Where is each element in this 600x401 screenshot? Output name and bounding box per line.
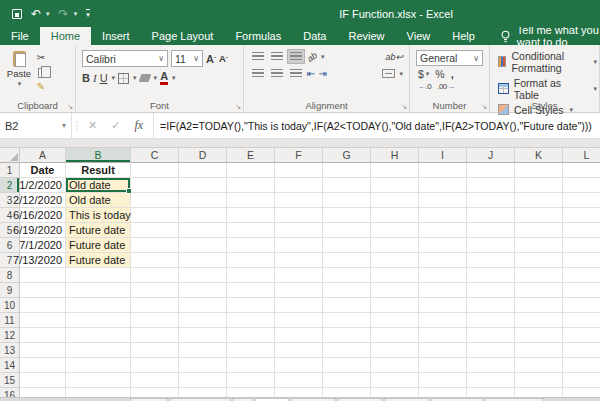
- cell-F12[interactable]: [275, 328, 323, 343]
- cell-F9[interactable]: [275, 283, 323, 298]
- cell-D6[interactable]: [179, 238, 227, 253]
- cell-L15[interactable]: [563, 373, 600, 388]
- cell-C3[interactable]: [131, 193, 179, 208]
- cell-I9[interactable]: [419, 283, 467, 298]
- cell-E8[interactable]: [227, 268, 275, 283]
- cell-K2[interactable]: [515, 178, 563, 193]
- cell-A15[interactable]: [20, 373, 66, 388]
- cell-I14[interactable]: [419, 358, 467, 373]
- borders-dropdown-icon[interactable]: ▾: [133, 74, 137, 82]
- cell-C14[interactable]: [131, 358, 179, 373]
- cell-E1[interactable]: [227, 163, 275, 178]
- cell-E12[interactable]: [227, 328, 275, 343]
- tab-help[interactable]: Help: [441, 27, 486, 45]
- number-format-combobox[interactable]: General∨: [416, 50, 483, 66]
- cell-E11[interactable]: [227, 313, 275, 328]
- tab-review[interactable]: Review: [337, 27, 395, 45]
- cell-I12[interactable]: [419, 328, 467, 343]
- cell-F13[interactable]: [275, 343, 323, 358]
- cell-F16[interactable]: [275, 388, 323, 397]
- alignment-dialog-launcher-icon[interactable]: ↘: [401, 103, 407, 111]
- customize-qat-icon[interactable]: ▾: [86, 9, 90, 18]
- cell-D4[interactable]: [179, 208, 227, 223]
- row-header-9[interactable]: 9: [0, 283, 20, 298]
- col-header-A[interactable]: A: [20, 148, 66, 163]
- row-header-8[interactable]: 8: [0, 268, 20, 283]
- cell-K8[interactable]: [515, 268, 563, 283]
- currency-format-button[interactable]: $: [418, 68, 424, 80]
- cell-J2[interactable]: [467, 178, 515, 193]
- cell-J7[interactable]: [467, 253, 515, 268]
- cell-D12[interactable]: [179, 328, 227, 343]
- underline-button[interactable]: U: [100, 72, 108, 84]
- insert-function-icon[interactable]: fx: [134, 118, 143, 133]
- cell-B15[interactable]: [66, 373, 131, 388]
- cell-L1[interactable]: [563, 163, 600, 178]
- redo-dropdown-icon[interactable]: ▾: [74, 10, 78, 18]
- cell-J5[interactable]: [467, 223, 515, 238]
- font-color-dropdown-icon[interactable]: ▾: [172, 74, 176, 82]
- cell-E15[interactable]: [227, 373, 275, 388]
- cell-L16[interactable]: [563, 388, 600, 397]
- cell-A14[interactable]: [20, 358, 66, 373]
- row-header-1[interactable]: 1: [0, 163, 20, 178]
- cell-B8[interactable]: [66, 268, 131, 283]
- increase-font-size-button[interactable]: Aˆ: [206, 53, 216, 65]
- tab-view[interactable]: View: [396, 27, 442, 45]
- row-header-16[interactable]: 16: [0, 388, 20, 397]
- col-header-L[interactable]: L: [563, 148, 600, 163]
- cell-D2[interactable]: [179, 178, 227, 193]
- font-color-button[interactable]: A: [160, 71, 168, 85]
- cell-G4[interactable]: [323, 208, 371, 223]
- row-header-6[interactable]: 6: [0, 238, 20, 253]
- cell-G11[interactable]: [323, 313, 371, 328]
- cell-J6[interactable]: [467, 238, 515, 253]
- cell-G7[interactable]: [323, 253, 371, 268]
- number-dialog-launcher-icon[interactable]: ↘: [481, 103, 487, 111]
- align-right-button[interactable]: [288, 67, 304, 80]
- bottom-align-button[interactable]: [288, 50, 304, 63]
- cell-J8[interactable]: [467, 268, 515, 283]
- cell-A3[interactable]: 2/12/2020: [20, 193, 66, 208]
- cell-F6[interactable]: [275, 238, 323, 253]
- row-header-15[interactable]: 15: [0, 373, 20, 388]
- fill-color-dropdown-icon[interactable]: ▾: [154, 74, 158, 82]
- comma-format-button[interactable]: ,: [451, 68, 454, 80]
- cell-D13[interactable]: [179, 343, 227, 358]
- decrease-decimal-button[interactable]: .00→: [437, 82, 454, 91]
- cell-H7[interactable]: [371, 253, 419, 268]
- cell-A1[interactable]: Date: [20, 163, 66, 178]
- tab-page-layout[interactable]: Page Layout: [141, 27, 225, 45]
- cell-L5[interactable]: [563, 223, 600, 238]
- cell-C5[interactable]: [131, 223, 179, 238]
- cell-I16[interactable]: [419, 388, 467, 397]
- copy-button[interactable]: [38, 68, 46, 78]
- undo-icon[interactable]: ↶: [31, 8, 41, 20]
- cell-K12[interactable]: [515, 328, 563, 343]
- conditional-formatting-button[interactable]: Conditional Formatting▾: [498, 48, 597, 75]
- cell-B5[interactable]: Future date: [66, 223, 131, 238]
- cell-G14[interactable]: [323, 358, 371, 373]
- cell-K7[interactable]: [515, 253, 563, 268]
- font-dialog-launcher-icon[interactable]: ↘: [235, 103, 241, 111]
- cell-A12[interactable]: [20, 328, 66, 343]
- cell-I5[interactable]: [419, 223, 467, 238]
- cell-K1[interactable]: [515, 163, 563, 178]
- cell-G5[interactable]: [323, 223, 371, 238]
- merge-center-dropdown-icon[interactable]: ▾: [399, 70, 403, 78]
- cell-A8[interactable]: [20, 268, 66, 283]
- paste-button[interactable]: Paste ▾: [2, 48, 36, 100]
- col-header-H[interactable]: H: [371, 148, 419, 163]
- cell-J15[interactable]: [467, 373, 515, 388]
- cell-J10[interactable]: [467, 298, 515, 313]
- borders-button[interactable]: [118, 73, 129, 84]
- cell-J13[interactable]: [467, 343, 515, 358]
- select-all-corner[interactable]: [0, 148, 20, 163]
- cell-B9[interactable]: [66, 283, 131, 298]
- cell-I8[interactable]: [419, 268, 467, 283]
- format-as-table-button[interactable]: Format as Table▾: [498, 75, 597, 102]
- orientation-dropdown-icon[interactable]: ▾: [321, 53, 325, 61]
- cell-E5[interactable]: [227, 223, 275, 238]
- cell-A10[interactable]: [20, 298, 66, 313]
- increase-indent-button[interactable]: ⇥: [318, 68, 326, 79]
